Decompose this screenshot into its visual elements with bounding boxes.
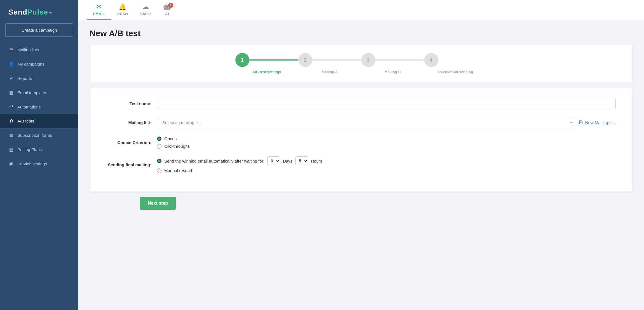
steps-container: 1 A/B test settings 2 Mailing A xyxy=(90,45,633,82)
test-name-row: Test name: xyxy=(107,98,616,109)
choice-clickthroughs[interactable]: Clickthroughs xyxy=(157,144,616,149)
sending-final-label: Sending final mailing: xyxy=(107,162,157,167)
email-icon: ✉ xyxy=(96,3,102,11)
step-2-label: Mailing A xyxy=(322,70,338,74)
next-step-button[interactable]: Next step xyxy=(140,197,176,210)
sending-final-row: Sending final mailing: Send the winning … xyxy=(107,156,616,173)
mailing-list-row: Mailing list: Select an mailing list 🖹 N… xyxy=(107,117,616,128)
mailing-list-label: Mailing list: xyxy=(107,120,157,125)
sidebar-item-ab-tests[interactable]: ✿ A/B tests xyxy=(0,114,78,128)
test-name-label: Test name: xyxy=(107,101,157,106)
topnav-ai[interactable]: 🤖 AI 8 xyxy=(157,0,177,20)
step-2-line xyxy=(312,59,361,61)
sidebar-nav: ☰ Mailing lists 👤 My campaigns ✔ Reports… xyxy=(0,43,78,171)
top-navigation: ✉ EMAIL 🔔 PUSH ☁ SMTP 🤖 AI 8 xyxy=(78,0,644,20)
step-1-line xyxy=(249,59,298,61)
sidebar-logo: SendPulse⌁ xyxy=(0,0,78,23)
sidebar-item-my-campaigns[interactable]: 👤 My campaigns xyxy=(0,57,78,71)
new-mailing-list-link[interactable]: 🖹 New Mailing List xyxy=(579,120,616,126)
sidebar-item-pricing-plans[interactable]: ▤ Pricing Plans xyxy=(0,142,78,157)
push-icon: 🔔 xyxy=(119,3,127,11)
step-1-circle: 1 xyxy=(235,53,249,67)
sending-final-options: Send the winning email automatically aft… xyxy=(157,156,616,173)
choice-opens-radio[interactable] xyxy=(157,137,161,141)
choice-opens[interactable]: Opens xyxy=(157,136,616,141)
step-4-circle: 4 xyxy=(424,53,438,67)
days-select[interactable]: 012345 xyxy=(267,156,280,165)
sidebar-item-automations[interactable]: ⏱ Automations xyxy=(0,100,78,114)
choice-criterion-label: Choice Criterion: xyxy=(107,140,157,145)
topnav-smtp[interactable]: ☁ SMTP xyxy=(134,0,157,20)
sidebar-item-reports[interactable]: ✔ Reports xyxy=(0,71,78,85)
step-3-label: Mailing B xyxy=(385,70,401,74)
page-title: New A/B test xyxy=(90,29,633,38)
choice-criterion-row: Choice Criterion: Opens Clickthroughs xyxy=(107,136,616,149)
subscription-forms-icon: ▦ xyxy=(8,133,14,138)
sending-auto-radio[interactable] xyxy=(157,159,161,163)
hours-select[interactable]: 12345678 xyxy=(295,156,308,165)
new-mailing-icon: 🖹 xyxy=(579,120,584,126)
create-campaign-button[interactable]: Create a campaign xyxy=(5,23,73,37)
ai-badge: 8 xyxy=(168,3,173,8)
page-content: New A/B test 1 A/B test settings xyxy=(78,20,644,310)
step-4[interactable]: 4 Review and sending xyxy=(424,53,487,74)
sidebar-item-email-templates[interactable]: ▦ Email templates xyxy=(0,85,78,100)
steps-wrapper: 1 A/B test settings 2 Mailing A xyxy=(235,53,487,74)
ab-tests-icon: ✿ xyxy=(8,118,14,124)
step-1[interactable]: 1 A/B test settings xyxy=(235,53,298,74)
mailing-lists-icon: ☰ xyxy=(8,47,14,52)
test-name-input[interactable] xyxy=(157,98,616,109)
sending-manual-radio[interactable] xyxy=(157,168,161,173)
sidebar: SendPulse⌁ Create a campaign ☰ Mailing l… xyxy=(0,0,78,310)
sending-auto-row: Send the winning email automatically aft… xyxy=(164,156,322,165)
main-content: ✉ EMAIL 🔔 PUSH ☁ SMTP 🤖 AI 8 New A/B tes… xyxy=(78,0,644,310)
step-3-circle: 3 xyxy=(361,53,375,67)
topnav-email[interactable]: ✉ EMAIL xyxy=(87,0,111,20)
step-2[interactable]: 2 Mailing A xyxy=(298,53,361,74)
step-1-label: A/B test settings xyxy=(252,70,281,74)
sidebar-item-mailing-lists[interactable]: ☰ Mailing lists xyxy=(0,43,78,57)
sidebar-item-subscription-forms[interactable]: ▦ Subscription forms xyxy=(0,128,78,142)
step-3[interactable]: 3 Mailing B xyxy=(361,53,424,74)
choice-clickthroughs-radio[interactable] xyxy=(157,144,161,149)
sending-manual[interactable]: Manual resend xyxy=(157,168,616,173)
step-3-line xyxy=(375,59,424,61)
choice-criterion-options: Opens Clickthroughs xyxy=(157,136,616,149)
step-4-label: Review and sending xyxy=(438,70,473,74)
smtp-icon: ☁ xyxy=(142,3,149,11)
form-card: Test name: Mailing list: Select an maili… xyxy=(90,88,633,191)
step-2-circle: 2 xyxy=(298,53,312,67)
email-templates-icon: ▦ xyxy=(8,90,14,95)
pricing-plans-icon: ▤ xyxy=(8,147,14,152)
topnav-push[interactable]: 🔔 PUSH xyxy=(111,0,134,20)
mailing-list-select[interactable]: Select an mailing list xyxy=(157,117,574,128)
sending-auto[interactable]: Send the winning email automatically aft… xyxy=(157,156,616,165)
sidebar-item-service-settings[interactable]: ▣ Service settings xyxy=(0,157,78,171)
service-settings-icon: ▣ xyxy=(8,161,14,166)
my-campaigns-icon: 👤 xyxy=(8,61,14,67)
mailing-list-select-wrap: Select an mailing list 🖹 New Mailing Lis… xyxy=(157,117,616,128)
reports-icon: ✔ xyxy=(8,76,14,81)
automations-icon: ⏱ xyxy=(8,104,14,109)
